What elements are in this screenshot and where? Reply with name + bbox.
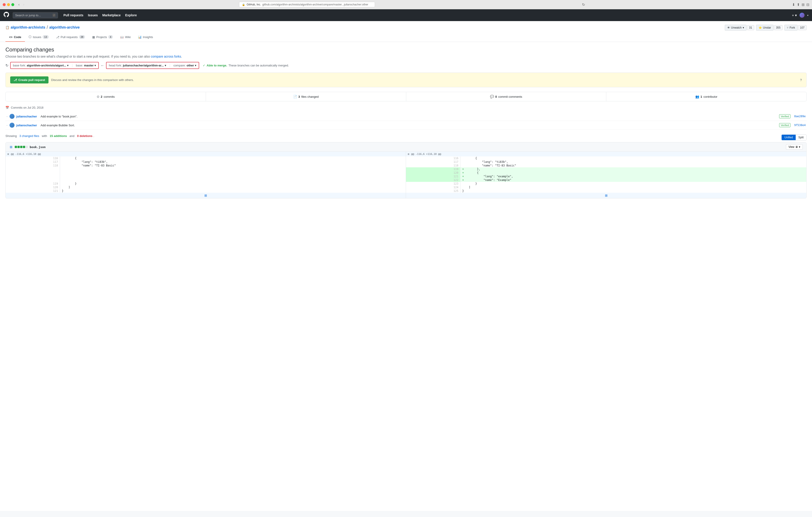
split-view-button[interactable]: Split — [796, 135, 806, 140]
commit-author-1[interactable]: julianschacher — [16, 115, 37, 118]
wiki-icon: 📖 — [120, 35, 124, 39]
additions-count: 15 additions — [50, 134, 67, 138]
download-icon[interactable]: ⬇ — [792, 2, 795, 7]
user-avatar[interactable] — [800, 13, 805, 18]
issues-count-badge: 13 — [42, 35, 49, 39]
head-fork-select[interactable]: head fork: julianschacher/algorithm-ar..… — [107, 62, 168, 69]
avatar-caret[interactable]: ▾ — [807, 14, 808, 17]
diff-row-right-122: 122 + "name": "Example" — [406, 178, 806, 182]
org-link[interactable]: algorithm-archivists — [11, 25, 45, 29]
compare-forks-link[interactable]: compare across forks — [151, 55, 181, 58]
head-fork-value: julianschacher/algorithm-ar... — [123, 64, 164, 67]
diff-expand-bottom-right[interactable]: ⊞ — [406, 193, 806, 198]
line-num-left-117: 117 — [6, 160, 60, 164]
create-pull-request-button[interactable]: ⎇ Create pull request — [10, 76, 49, 83]
issues-icon: ⓘ — [29, 35, 31, 39]
view-toggle: Unified Split — [781, 134, 807, 140]
changed-files-link[interactable]: 3 changed files — [20, 134, 39, 138]
diff-left-side: ⊞ @@ -116,6 +116,10 @@ 116 { 117 — [6, 152, 406, 198]
arrow-left-icon: ← — [100, 63, 104, 67]
sidebar-toggle-icon[interactable]: ⊟ — [806, 2, 809, 7]
more-icon[interactable]: ⊞ — [802, 2, 805, 7]
address-bar[interactable]: 🔒 GitHub, Inc. github.com/algorithm-arch… — [239, 2, 375, 7]
tab-insights[interactable]: 📊 Insights — [134, 33, 157, 42]
search-box[interactable]: Search or jump to... / — [13, 12, 58, 18]
commits-stat[interactable]: ⊙ 2 commits — [6, 92, 206, 101]
line-num-left-120: 120 — [6, 186, 60, 189]
projects-icon: ▦ — [92, 35, 95, 39]
line-num-right-120: 120 — [406, 171, 460, 174]
url-prefix: GitHub, Inc. — [246, 3, 261, 6]
back-button[interactable]: ‹ — [17, 2, 21, 7]
commit-sha-1[interactable]: 0ae209e — [794, 115, 806, 118]
tab-projects[interactable]: ▦ Projects 4 — [89, 33, 116, 42]
commit-dot-2: ● — [6, 124, 8, 127]
commit-author-2[interactable]: julianschacher — [16, 124, 37, 127]
tab-wiki[interactable]: 📖 Wiki — [116, 33, 134, 42]
nav-pull-requests[interactable]: Pull requests — [63, 13, 83, 17]
unwatch-label: Unwatch — [731, 26, 742, 29]
reload-button[interactable]: ↻ — [582, 2, 585, 7]
unwatch-count: 31 — [747, 25, 754, 30]
fork-button[interactable]: ⑂ Fork — [784, 25, 798, 31]
line-code-right-125: } — [460, 189, 806, 193]
line-num-right-118: 118 — [406, 164, 460, 167]
share-icon[interactable]: ⬆ — [797, 2, 800, 7]
diff-expand-bottom-left[interactable]: ⊞ — [6, 193, 406, 198]
help-icon[interactable]: ? — [800, 78, 802, 82]
file-additions-bar — [15, 146, 28, 148]
commit-avatar-1 — [9, 114, 14, 119]
expand-diff-icon[interactable]: ⊞ — [9, 145, 13, 149]
unstar-button[interactable]: ⭐ Unstar — [756, 25, 774, 31]
nav-explore[interactable]: Explore — [125, 13, 137, 17]
minimize-button[interactable] — [7, 3, 10, 6]
new-item-button[interactable]: + ▾ — [792, 13, 797, 18]
comments-stat[interactable]: 💬 0 commit comments — [406, 92, 607, 101]
diff-row-right-120: 120 + { — [406, 171, 806, 174]
file-view-button[interactable]: View 🖥 ▾ — [786, 144, 803, 149]
compare-branch-select[interactable]: compare: other ▾ — [171, 62, 199, 69]
tab-pr-label: Pull requests — [61, 35, 78, 39]
line-code-left-120: ] — [60, 186, 406, 189]
files-stat-icon: 📄 — [293, 95, 297, 99]
line-num-right-123: 123 — [406, 182, 460, 186]
line-num-right-124: 124 — [406, 186, 460, 189]
maximize-button[interactable] — [11, 3, 14, 6]
close-button[interactable] — [3, 3, 6, 6]
base-fork-select[interactable]: base fork: algorithm-archivists/algori..… — [11, 62, 71, 69]
tab-issues[interactable]: ⓘ Issues 13 — [25, 33, 52, 42]
commit-sha-2[interactable]: 9f538e4 — [794, 124, 806, 127]
line-code-right-121: + "lang": "example", — [460, 174, 806, 178]
comments-count: 0 — [495, 95, 497, 99]
github-logo[interactable] — [4, 12, 9, 19]
line-code-left-e1 — [60, 167, 406, 171]
repo-tabs: <> Code ⓘ Issues 13 ⎇ Pull requests 28 ▦… — [5, 33, 807, 42]
line-code-left-e4 — [60, 178, 406, 182]
file-diff-name: book.json — [30, 145, 46, 149]
diff-expand-right[interactable]: ⊞ @@ -116,6 +116,10 @@ — [406, 152, 806, 157]
refresh-icon[interactable]: ↻ — [5, 63, 8, 67]
base-label: base: — [76, 64, 83, 67]
tab-code[interactable]: <> Code — [5, 33, 25, 42]
unwatch-button[interactable]: 👁 Unwatch ▾ — [725, 25, 747, 31]
expand-up-icon-right: ⊞ — [408, 153, 409, 156]
files-stat[interactable]: 📄 3 files changed — [206, 92, 406, 101]
comments-stat-icon: 💬 — [490, 95, 494, 99]
diff-expand-left[interactable]: ⊞ @@ -116,6 +116,10 @@ — [6, 152, 406, 157]
verified-badge-1: Verified — [779, 114, 791, 118]
nav-issues[interactable]: Issues — [88, 13, 98, 17]
base-branch-select[interactable]: base: master ▾ — [74, 62, 98, 69]
tab-pull-requests[interactable]: ⎇ Pull requests 28 — [52, 33, 89, 42]
view-label: View — [788, 145, 794, 148]
forward-button[interactable]: › — [22, 2, 26, 7]
add-block-3 — [20, 146, 23, 148]
contributors-stat[interactable]: 👥 1 contributor — [606, 92, 806, 101]
repo-link[interactable]: algorithm-archive — [49, 25, 80, 29]
head-fork-box: head fork: julianschacher/algorithm-ar..… — [106, 62, 199, 69]
pr-count-badge: 28 — [79, 35, 85, 39]
comments-label: commit comments — [498, 95, 522, 99]
line-num-right-125: 125 — [406, 189, 460, 193]
head-branch-divider: | — [169, 64, 171, 67]
nav-marketplace[interactable]: Marketplace — [103, 13, 121, 17]
unified-view-button[interactable]: Unified — [782, 135, 795, 140]
